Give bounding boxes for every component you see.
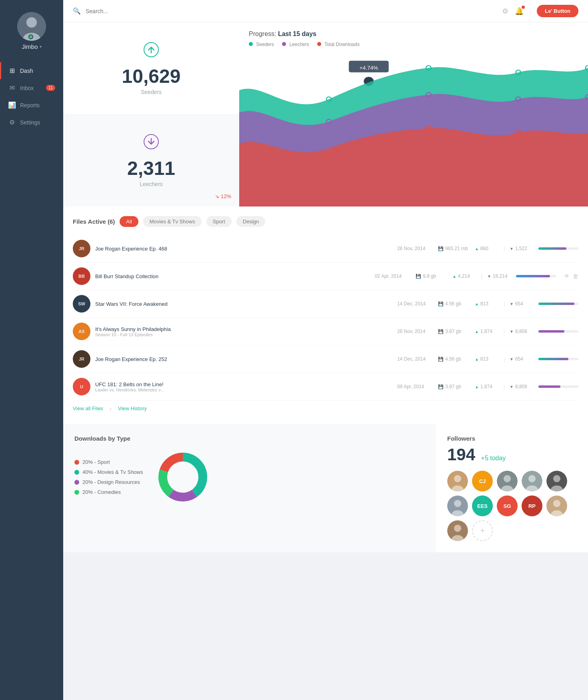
file-seeds: ▲ 4,214 <box>452 273 476 279</box>
file-thumb: U <box>73 378 90 395</box>
svg-point-26 <box>504 475 511 482</box>
eye-icon[interactable]: 👁 <box>564 273 570 279</box>
trash-icon[interactable]: 🗑 <box>573 273 578 279</box>
file-progress-bar <box>516 275 556 277</box>
dbt-design: 20% - Design Resources <box>74 479 143 485</box>
leech-icon: ▼ <box>510 302 514 306</box>
files-section: Files Active (6) All Movies & Tv Shows S… <box>63 207 588 424</box>
follower-avatar: CJ <box>472 471 493 491</box>
svg-text:+4.74%: +4.74% <box>359 65 378 71</box>
leech-icon: ▼ <box>510 385 514 389</box>
file-progress-bar <box>538 247 578 250</box>
file-leeches: ▼ 8,808 <box>510 384 534 389</box>
seeders-card: 10,629 Seeders <box>63 22 239 115</box>
sidebar-item-inbox[interactable]: ✉ Inbox 11 <box>0 79 63 96</box>
file-size: 💾 965.21 mb <box>438 246 470 251</box>
file-thumb: JR <box>73 350 90 368</box>
follower-avatar <box>497 471 518 491</box>
filter-all-button[interactable]: All <box>120 216 138 227</box>
search-icon: 🔍 <box>73 7 81 15</box>
chart-header: Progress: Last 15 days <box>239 22 588 42</box>
file-actions: 👁 🗑 <box>564 273 578 279</box>
table-row: SW Star Wars VII: Force Awakened 14 Dec,… <box>73 290 578 318</box>
file-leeches: ▼ 19,214 <box>487 273 511 279</box>
file-size: 💾 4.56 gb <box>438 356 470 362</box>
follower-avatar[interactable]: + <box>472 520 493 541</box>
dbt-movies: 40% - Movies & Tv Shows <box>74 469 143 475</box>
filter-sport-button[interactable]: Sport <box>206 216 232 227</box>
progress-fill <box>538 330 564 333</box>
file-date: 14 Dec, 2014 <box>397 301 433 307</box>
hdd-icon: 💾 <box>438 357 444 362</box>
seed-icon: ▲ <box>475 385 479 389</box>
dbt-comedies: 20% - Comedies <box>74 489 143 495</box>
seed-icon: ▲ <box>475 329 479 334</box>
downloads-by-type: Downloads by Type 20% - Sport 40% - Movi… <box>63 424 436 552</box>
dbt-legend: 20% - Sport 40% - Movies & Tv Shows 20% … <box>74 459 143 495</box>
file-name: Star Wars VII: Force Awakened <box>95 301 392 307</box>
follower-avatar: RP <box>522 495 542 516</box>
svg-point-23 <box>454 475 461 482</box>
svg-point-32 <box>553 475 560 482</box>
filter-movies-button[interactable]: Movies & Tv Shows <box>143 216 202 227</box>
chevron-down-icon: ▾ <box>40 44 42 49</box>
file-progress-bar <box>538 385 578 388</box>
nav-menu: ⊞ Dash ✉ Inbox 11 📊 Reports ⚙ Settings <box>0 62 63 131</box>
followers-section: Followers 194 +5 today CJ <box>436 424 588 552</box>
file-leeches: ▼ 654 <box>510 356 534 362</box>
avatar <box>17 12 46 41</box>
progress-fill <box>538 358 568 360</box>
progress-fill <box>538 385 560 388</box>
dbt-dot-movies <box>74 470 79 475</box>
progress-fill <box>516 275 550 277</box>
online-indicator <box>28 34 33 39</box>
main-content: 🔍 ⚙ 🔔 Le' Button 10,629 <box>63 0 588 700</box>
table-row: JR Joe Rogan Experience Ep. 468 26 Nov, … <box>73 235 578 263</box>
file-thumb: SW <box>73 295 90 313</box>
bar-chart-icon: 📊 <box>8 101 16 109</box>
followers-count-row: 194 +5 today <box>447 445 577 464</box>
follower-avatar: SG <box>497 495 518 516</box>
trending-down-icon: ↘ <box>215 193 219 199</box>
sidebar-item-dash[interactable]: ⊞ Dash <box>0 62 63 79</box>
seeders-value: 10,629 <box>122 65 181 87</box>
leech-icon: ▼ <box>510 247 514 251</box>
dbt-content: 20% - Sport 40% - Movies & Tv Shows 20% … <box>74 449 425 505</box>
svg-point-38 <box>553 500 560 507</box>
settings-notif-icon[interactable]: ⚙ <box>502 7 508 16</box>
notification-bell[interactable]: 🔔 <box>515 7 524 16</box>
search-input[interactable] <box>86 8 497 14</box>
legend-leechers: Leechers <box>282 42 309 47</box>
file-size: 💾 4.56 gb <box>438 301 470 307</box>
dbt-dot-design <box>74 480 79 485</box>
sidebar-item-reports[interactable]: 📊 Reports <box>0 96 63 114</box>
follower-avatar <box>447 520 468 541</box>
username[interactable]: Jimbo ▾ <box>22 43 41 50</box>
view-history-link[interactable]: View History <box>118 405 147 413</box>
follower-avatar <box>447 495 468 516</box>
followers-today: +5 today <box>481 455 506 461</box>
file-name: UFC 181: 2 Belts on the Line! Lawler vs.… <box>95 381 392 392</box>
sidebar-item-settings[interactable]: ⚙ Settings <box>0 114 63 131</box>
file-progress-bar <box>538 358 578 360</box>
file-seeds: ▲ 1,874 <box>475 329 499 334</box>
follower-avatar <box>447 471 468 491</box>
progress-fill <box>538 247 566 250</box>
le-button[interactable]: Le' Button <box>537 5 578 17</box>
follower-avatar <box>522 471 542 491</box>
filter-design-button[interactable]: Design <box>236 216 265 227</box>
follower-avatar <box>546 495 567 516</box>
follower-avatar: EES <box>472 495 493 516</box>
view-all-files-link[interactable]: View all Files <box>73 405 103 413</box>
view-links: View all Files › View History <box>73 401 578 414</box>
svg-point-41 <box>454 525 461 532</box>
legend-total-downloads: Total Downloads <box>317 42 360 47</box>
legend-dot-leechers <box>282 42 286 46</box>
svg-point-35 <box>454 500 461 507</box>
seed-icon: ▲ <box>475 357 479 361</box>
file-thumb: AS <box>73 323 90 340</box>
file-rows-container: JR Joe Rogan Experience Ep. 468 26 Nov, … <box>73 235 578 401</box>
seeders-icon <box>143 42 159 61</box>
svg-point-1 <box>26 17 37 28</box>
bottom-row: Downloads by Type 20% - Sport 40% - Movi… <box>63 424 588 552</box>
